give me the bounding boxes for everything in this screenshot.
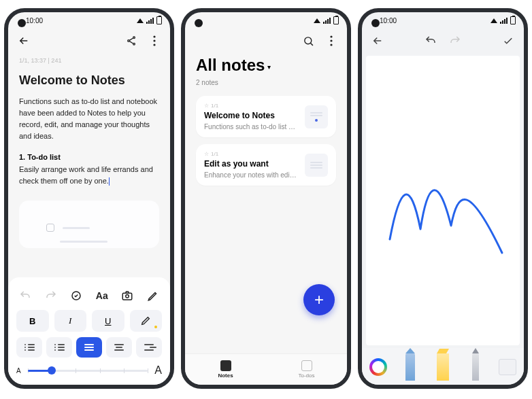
checklist-icon[interactable] (67, 287, 85, 305)
status-bar: 10:00 (362, 12, 524, 29)
signal-icon (146, 18, 154, 24)
underline-button[interactable]: U (92, 310, 124, 332)
italic-button[interactable]: I (54, 310, 87, 332)
note-card[interactable]: ☆1/1 Edit as you want Enhance your notes… (196, 144, 336, 186)
battery-icon (510, 16, 516, 24)
svg-point-8 (126, 295, 129, 298)
redo-icon[interactable] (42, 287, 60, 305)
format-toolbar: Aa B I U A (8, 277, 170, 385)
numbered-list-button[interactable] (16, 337, 42, 358)
signal-icon (323, 18, 331, 24)
front-camera (18, 19, 26, 27)
card-meta: ☆1/1 (204, 151, 298, 157)
tab-todos[interactable]: To-dos (266, 354, 347, 385)
card-title: Welcome to Notes (204, 111, 298, 120)
slider-knob[interactable] (48, 366, 56, 375)
pen-tool[interactable] (465, 352, 486, 382)
front-camera (195, 19, 203, 27)
checkbox-icon (46, 224, 54, 232)
bullet-list-button[interactable] (46, 337, 72, 358)
battery-icon (156, 16, 162, 24)
card-desc: Enhance your notes with editin… (204, 171, 298, 179)
search-icon[interactable] (302, 35, 314, 47)
card-title: Edit as you want (204, 159, 298, 169)
back-icon[interactable] (371, 35, 384, 47)
svg-point-3 (153, 35, 155, 37)
camera-icon[interactable] (118, 287, 136, 305)
bottom-tabs: Notes To-dos (185, 353, 347, 385)
done-icon[interactable] (502, 35, 514, 47)
app-bar (8, 29, 170, 53)
align-left-button[interactable] (106, 337, 132, 358)
svg-point-12 (330, 44, 332, 46)
note-section-heading[interactable]: 1. To-do list (19, 153, 159, 161)
bold-button[interactable]: B (16, 310, 49, 332)
svg-point-9 (304, 37, 311, 44)
app-bar (185, 29, 347, 53)
note-meta: 1/1, 13:37 | 241 (19, 57, 159, 64)
font-size-slider[interactable]: A A (16, 364, 162, 377)
svg-point-5 (153, 44, 155, 46)
highlight-button[interactable] (130, 310, 163, 332)
more-icon[interactable] (325, 35, 337, 47)
card-thumb (305, 154, 328, 177)
text-cursor (109, 177, 110, 186)
svg-point-4 (153, 39, 155, 41)
svg-point-2 (133, 43, 135, 45)
tab-notes[interactable]: Notes (185, 354, 266, 385)
note-count: 2 notes (196, 79, 336, 86)
folder-dropdown[interactable]: All notes▾ (196, 56, 336, 75)
todo-preview (19, 201, 159, 248)
chevron-down-icon: ▾ (267, 60, 271, 71)
note-title[interactable]: Welcome to Notes (19, 73, 159, 88)
status-bar: 10:00 (8, 12, 170, 29)
redo-icon[interactable] (449, 35, 461, 47)
network-icon (137, 18, 144, 23)
draw-icon[interactable] (144, 287, 162, 305)
eraser-tool[interactable] (497, 352, 518, 382)
back-icon[interactable] (18, 35, 30, 47)
todos-icon (301, 360, 312, 371)
app-bar (362, 29, 524, 53)
drawing-canvas[interactable] (366, 56, 520, 345)
font-size-small-icon: A (16, 367, 21, 375)
align-right-button[interactable] (136, 337, 162, 358)
note-intro[interactable]: Functions such as to-do list and noteboo… (19, 96, 159, 142)
note-section-body[interactable]: Easily arrange work and life errands and… (19, 164, 159, 187)
share-icon[interactable] (125, 35, 137, 47)
scribble-stroke (386, 164, 509, 260)
marker-tool[interactable] (433, 352, 453, 382)
undo-icon[interactable] (425, 35, 437, 47)
network-icon (314, 18, 320, 23)
svg-point-1 (128, 40, 130, 42)
align-justify-button[interactable] (76, 337, 102, 358)
text-format-icon[interactable]: Aa (93, 287, 111, 305)
undo-icon[interactable] (16, 287, 34, 305)
drawing-tools (362, 348, 524, 385)
signal-icon (500, 18, 508, 24)
battery-icon (333, 16, 339, 24)
front-camera (371, 19, 380, 27)
card-desc: Functions such as to-do list an… (204, 123, 298, 131)
card-meta: ☆1/1 (204, 103, 298, 109)
svg-point-0 (133, 37, 135, 39)
card-thumb (305, 105, 328, 128)
svg-point-11 (330, 39, 332, 41)
color-picker[interactable] (368, 352, 388, 382)
notes-icon (220, 360, 231, 371)
status-bar (185, 12, 347, 29)
note-card[interactable]: ☆1/1 Welcome to Notes Functions such as … (196, 96, 336, 137)
more-icon[interactable] (148, 35, 161, 47)
network-icon (491, 18, 497, 23)
add-note-fab[interactable]: + (303, 284, 335, 315)
pencil-tool[interactable] (400, 352, 420, 382)
svg-rect-7 (123, 293, 133, 300)
font-size-big-icon: A (154, 364, 162, 377)
svg-point-10 (330, 35, 332, 37)
